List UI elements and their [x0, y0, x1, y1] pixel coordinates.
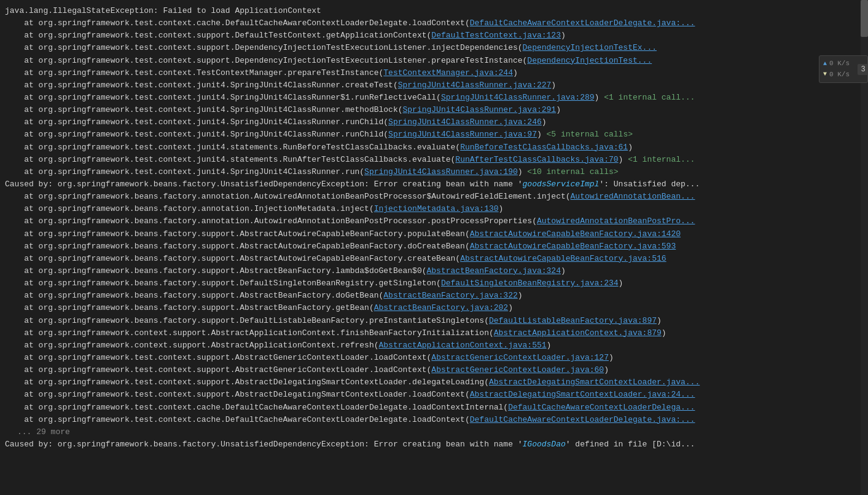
link-22[interactable]: AbstractBeanFactory.java:322 — [383, 291, 517, 300]
stack-line-6: at org.springframework.test.context.juni… — [5, 79, 863, 92]
error-title-line: java.lang.IllegalStateException: Failed … — [5, 5, 863, 17]
link-29[interactable]: AbstractDelegatingSmartContextLoader.jav… — [489, 378, 700, 387]
stack-line-14: at org.springframework.beans.factory.ann… — [5, 191, 863, 203]
link-23[interactable]: AbstractBeanFactory.java:202 — [374, 303, 508, 312]
bean-name-1: goodsServiceImpl — [523, 180, 600, 189]
stack-line-31: at org.springframework.test.context.cach… — [5, 402, 863, 414]
stack-line-11: at org.springframework.test.context.juni… — [5, 141, 863, 154]
link-26[interactable]: AbstractApplicationContext.java:551 — [379, 341, 547, 350]
stack-line-23: at org.springframework.beans.factory.sup… — [5, 302, 863, 314]
link-12[interactable]: RunAfterTestClassCallbacks.java:70 — [455, 155, 618, 164]
stack-line-15: at org.springframework.beans.factory.ann… — [5, 203, 863, 215]
stack-line-3: at org.springframework.test.context.supp… — [5, 42, 863, 54]
stack-line-20: at org.springframework.beans.factory.sup… — [5, 265, 863, 277]
stack-line-22: at org.springframework.beans.factory.sup… — [5, 290, 863, 302]
caused-by-line-2: Caused by: org.springframework.beans.fac… — [5, 438, 863, 451]
link-4[interactable]: DependencyInjectionTest... — [527, 56, 652, 65]
stack-trace[interactable]: java.lang.IllegalStateException: Failed … — [0, 2, 868, 493]
link-20[interactable]: AbstractBeanFactory.java:324 — [427, 266, 561, 275]
link-27[interactable]: AbstractGenericContextLoader.java:127 — [431, 353, 609, 362]
internal-calls-1: <1 internal call... — [604, 93, 695, 102]
stack-line-12: at org.springframework.test.context.juni… — [5, 154, 863, 166]
link-25[interactable]: AbstractApplicationContext.java:879 — [494, 328, 662, 338]
stack-line-25: at org.springframework.context.support.A… — [5, 327, 863, 339]
scroll-up-speed: 0 K/s — [829, 58, 850, 69]
stack-line-2: at org.springframework.test.context.supp… — [5, 30, 863, 42]
link-31[interactable]: DefaultCacheAwareContextLoaderDelega... — [508, 403, 695, 412]
link-2[interactable]: DefaultTestContext.java:123 — [431, 31, 561, 40]
stack-line-13: at org.springframework.test.context.juni… — [5, 166, 863, 178]
more-line: ... 29 more — [5, 426, 863, 438]
link-16[interactable]: AutowiredAnnotationBeanPostPro... — [537, 216, 695, 226]
link-13[interactable]: SpringJUnit4ClassRunner.java:190 — [364, 167, 518, 176]
scroll-number: 3 — [858, 64, 868, 75]
scrollbar-thumb[interactable] — [861, 0, 868, 37]
link-19[interactable]: AbstractAutowireCapableBeanFactory.java:… — [460, 254, 666, 263]
stack-line-10: at org.springframework.test.context.juni… — [5, 129, 863, 141]
internal-calls-3: <1 internal... — [628, 155, 695, 164]
stack-line-4: at org.springframework.test.context.supp… — [5, 55, 863, 67]
link-21[interactable]: DefaultSingletonBeanRegistry.java:234 — [441, 279, 619, 288]
stack-line-19: at org.springframework.beans.factory.sup… — [5, 253, 863, 265]
stack-line-9: at org.springframework.test.context.juni… — [5, 116, 863, 129]
stack-line-26: at org.springframework.context.support.A… — [5, 339, 863, 352]
scroll-up-arrow: ▲ — [823, 59, 827, 69]
scroll-speed-widget: ▲ 0 K/s ▼ 0 K/s 3 — [819, 55, 868, 83]
stack-line-7: at org.springframework.test.context.juni… — [5, 92, 863, 104]
link-28[interactable]: AbstractGenericContextLoader.java:60 — [431, 365, 604, 374]
link-18[interactable]: AbstractAutowireCapableBeanFactory.java:… — [470, 242, 676, 251]
scroll-down-arrow: ▼ — [823, 69, 827, 79]
content-area: java.lang.IllegalStateException: Failed … — [0, 0, 868, 495]
link-6[interactable]: SpringJUnit4ClassRunner.java:227 — [398, 81, 552, 90]
caused-by-line-1: Caused by: org.springframework.beans.fac… — [5, 178, 863, 191]
link-15[interactable]: InjectionMetadata.java:130 — [374, 204, 499, 213]
main-container: java.lang.IllegalStateException: Failed … — [0, 0, 868, 495]
link-11[interactable]: RunBeforeTestClassCallbacks.java:61 — [460, 143, 628, 152]
stack-line-16: at org.springframework.beans.factory.ann… — [5, 215, 863, 228]
stack-line-29: at org.springframework.test.context.supp… — [5, 376, 863, 389]
link-5[interactable]: TestContextManager.java:244 — [383, 68, 513, 77]
stack-line-30: at org.springframework.test.context.supp… — [5, 389, 863, 401]
stack-line-21: at org.springframework.beans.factory.sup… — [5, 277, 863, 290]
stack-line-18: at org.springframework.beans.factory.sup… — [5, 240, 863, 253]
link-14[interactable]: AutowiredAnnotationBean... — [571, 192, 695, 201]
stack-line-5: at org.springframework.test.context.Test… — [5, 67, 863, 79]
link-1[interactable]: DefaultCacheAwareContextLoaderDelegate.j… — [470, 18, 695, 28]
link-3[interactable]: DependencyInjectionTestEx... — [523, 43, 657, 52]
stack-line-24: at org.springframework.beans.factory.sup… — [5, 315, 863, 327]
link-24[interactable]: DefaultListableBeanFactory.java:897 — [489, 316, 657, 325]
internal-calls-4: <10 internal calls> — [527, 167, 618, 176]
stack-line-1: at org.springframework.test.context.cach… — [5, 17, 863, 30]
link-30[interactable]: AbstractDelegatingSmartContextLoader.jav… — [470, 390, 695, 399]
stack-line-32: at org.springframework.test.context.cach… — [5, 414, 863, 426]
bean-name-2: IGoodsDao — [523, 440, 566, 449]
stack-line-17: at org.springframework.beans.factory.sup… — [5, 228, 863, 240]
stack-line-28: at org.springframework.test.context.supp… — [5, 364, 863, 376]
link-10[interactable]: SpringJUnit4ClassRunner.java:97 — [388, 130, 537, 139]
internal-calls-2: <5 internal calls> — [547, 130, 633, 139]
link-9[interactable]: SpringJUnit4ClassRunner.java:246 — [388, 117, 542, 127]
stack-line-27: at org.springframework.test.context.supp… — [5, 352, 863, 364]
link-32[interactable]: DefaultCacheAwareContextLoaderDelegate.j… — [470, 415, 695, 424]
link-8[interactable]: SpringJUnit4ClassRunner.java:291 — [403, 105, 557, 114]
link-7[interactable]: SpringJUnit4ClassRunner.java:289 — [441, 93, 595, 102]
stack-line-8: at org.springframework.test.context.juni… — [5, 104, 863, 116]
link-17[interactable]: AbstractAutowireCapableBeanFactory.java:… — [470, 229, 681, 239]
scroll-down-speed: 0 K/s — [829, 69, 850, 81]
